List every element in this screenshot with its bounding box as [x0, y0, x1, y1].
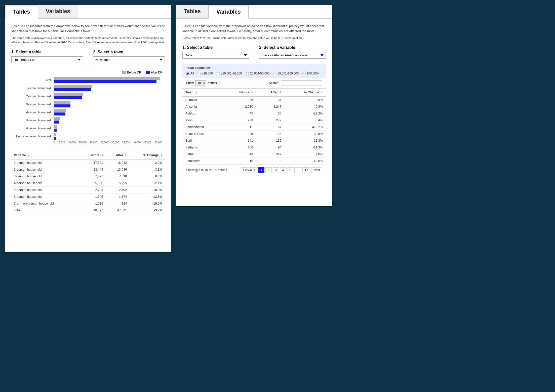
chart-row: 3-person household [54, 101, 162, 107]
table-row: 4-person household 5,366 5,255 -2.1% [11, 180, 165, 186]
cell-change: -43.8% [284, 158, 326, 165]
table-row: 2-person household 13,449 13,036 -3.1% [11, 166, 165, 173]
filter-radio-input[interactable] [186, 72, 189, 75]
cell-change: -11.3% [284, 144, 326, 151]
search-input[interactable] [281, 80, 322, 86]
right-col-before[interactable]: Before ⇕ [223, 89, 256, 97]
cell-town: Ansonia [182, 103, 223, 110]
table-row: 1-person household 17,321 16,942 -2.2% [11, 159, 165, 166]
cell-variable: 1-person household [11, 159, 78, 166]
page-button[interactable]: 5 [287, 167, 293, 173]
cell-town: Bethlehem [182, 158, 223, 165]
legend-before: Before DP [122, 71, 141, 74]
cell-before: 36 [223, 96, 256, 103]
cell-after: 124 [256, 131, 285, 137]
right-col-after[interactable]: After ⇕ [256, 89, 285, 97]
table-controls: Show 10 25 50 entries Search: [182, 78, 326, 88]
col-before[interactable]: Before ⇕ [78, 151, 106, 159]
right-tab-variables[interactable]: Variables [208, 5, 249, 19]
bar-after [54, 104, 70, 107]
right-variable-dropdown[interactable]: Black or African American alone White al… [259, 52, 326, 59]
left-tab-variables[interactable]: Variables [38, 5, 78, 18]
col-variable[interactable]: Variable ▲ [11, 151, 78, 159]
chart-legend: Before DP After DP [11, 71, 165, 74]
chart-row: 4-person household [54, 109, 162, 115]
filter-radio-label: All [190, 72, 194, 75]
right-description-bold: Before refers to 2010 Census data; After… [182, 36, 326, 40]
search-label: Search: [269, 81, 279, 85]
page-button[interactable]: 2 [265, 167, 272, 173]
cell-before: 141 [223, 137, 256, 144]
entries-select[interactable]: 10 25 50 [195, 80, 206, 86]
x-axis-label: 15,000 [79, 141, 87, 144]
cell-change: -3.2% [129, 207, 165, 214]
bar-before [54, 101, 70, 104]
previous-button[interactable]: Previous [241, 167, 257, 173]
filter-radio-item: ≤10,001-20,000 [217, 72, 242, 75]
table-row: Bethany 106 94 -11.3% [182, 144, 326, 151]
left-town-dropdown[interactable]: New Haven Hartford Bridgeport Stamford [93, 56, 165, 63]
chart-row-label: 1-person household [11, 87, 53, 90]
page-button[interactable]: 1 [258, 167, 265, 173]
bar-before [54, 85, 92, 88]
right-tab-tables[interactable]: Tables [176, 5, 208, 18]
right-step2-label: 2. Select a variable [259, 45, 326, 50]
col-change[interactable]: % Change ⇕ [129, 151, 165, 159]
filter-radio-group: All≤10,000≤10,001-20,00020,001-50,00050,… [186, 72, 320, 75]
page-button[interactable]: 3 [273, 167, 279, 173]
filter-radio-label: 50,001-100,000 [278, 72, 299, 75]
left-chart: Before DP After DP Total1-person househo… [11, 68, 165, 146]
table-row: Beacon Falls 95 124 30.5% [182, 131, 326, 137]
legend-before-label: Before DP [127, 71, 141, 74]
cell-after: 94 [256, 144, 285, 151]
cell-variable: 2-person household [11, 166, 78, 173]
bar-after [54, 96, 82, 99]
chart-row-label: 3-person household [11, 103, 53, 106]
pagination-info: Showing 1 to 10 of 169 entries [186, 168, 227, 172]
left-table-dropdown[interactable]: Household Size Race Age Sex [11, 56, 83, 63]
bar-after [54, 121, 59, 124]
filter-radio-item: 100,000+ [302, 72, 319, 75]
cell-before: 16 [223, 158, 256, 165]
chart-row: 7-or-more-person household [54, 133, 162, 140]
cell-change: -19.6% [129, 200, 165, 207]
right-table-dropdown[interactable]: Race Household Size Age Sex [182, 52, 249, 59]
entries-label: entries [208, 81, 217, 85]
next-button[interactable]: Next [311, 167, 322, 173]
table-row: Bethel 343 367 7.0% [182, 151, 326, 158]
cell-before: 13,449 [78, 166, 106, 173]
left-town-selector-group: 2. Select a town New Haven Hartford Brid… [93, 50, 165, 63]
cell-after: 5,255 [106, 180, 129, 186]
filter-radio-item: 50,001-100,000 [273, 72, 299, 75]
cell-before: 2,793 [78, 186, 106, 193]
right-col-change[interactable]: % Change ⇕ [284, 89, 326, 97]
chart-row-bars [54, 117, 162, 124]
filter-radio-input[interactable] [302, 72, 306, 75]
cell-change: -11.3% [284, 137, 326, 144]
page-button[interactable]: 4 [280, 167, 286, 173]
table-row: Barkhamsted 11 57 418.2% [182, 124, 326, 131]
bar-after [54, 129, 57, 132]
col-after[interactable]: After ⇕ [106, 151, 129, 159]
chart-row-bars [54, 109, 162, 115]
chart-area: Total1-person household2-person househol… [11, 77, 165, 140]
cell-variable: 6-person household [11, 193, 78, 200]
cell-after: 7,598 [106, 173, 129, 180]
page-ellipsis[interactable]: ... [294, 167, 301, 173]
filter-radio-input[interactable] [217, 72, 220, 75]
filter-radio-input[interactable] [197, 72, 201, 75]
cell-before: 343 [223, 151, 256, 158]
cell-change: -22.2% [284, 110, 326, 117]
left-tab-tables[interactable]: Tables [5, 5, 38, 19]
chart-row-label: 6-person household [11, 127, 53, 130]
cell-town: Berlin [182, 137, 223, 144]
right-col-town[interactable]: Town ▲ [182, 89, 223, 97]
bar-before [54, 133, 56, 136]
cell-before: 1,346 [78, 193, 106, 200]
cell-change: 0.8% [284, 103, 326, 110]
left-description-small: The same data is displayed in a bar char… [11, 36, 165, 45]
page-button[interactable]: 17 [302, 167, 310, 173]
filter-radio-input[interactable] [273, 72, 276, 75]
cell-before: 48,877 [78, 207, 106, 214]
filter-radio-input[interactable] [246, 72, 249, 75]
